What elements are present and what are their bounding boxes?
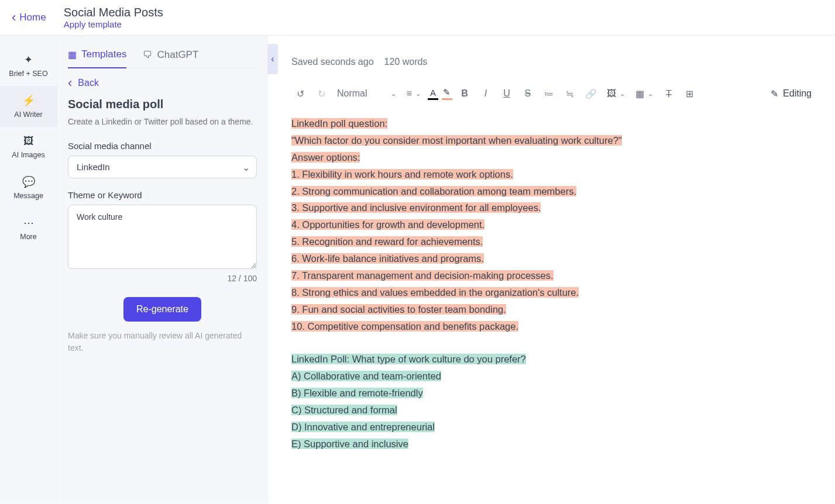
image-icon: 🖼 bbox=[23, 135, 34, 147]
title-block: Social Media Posts Apply template bbox=[64, 6, 163, 29]
text-line: 5. Recognition and reward for achievemen… bbox=[291, 236, 483, 247]
disclaimer-text: Make sure you manually review all AI gen… bbox=[68, 330, 257, 354]
align-left-icon: ≡ bbox=[407, 88, 412, 99]
text-line: D) Innovative and entrepreneurial bbox=[291, 422, 435, 432]
regenerate-button[interactable]: Re-generate bbox=[123, 297, 201, 322]
clear-format-button[interactable]: T̶ bbox=[660, 85, 678, 102]
panel-description: Create a Linkedin or Twitter poll based … bbox=[68, 116, 257, 128]
text-line: A) Collaborative and team-oriented bbox=[291, 371, 441, 381]
strikethrough-button[interactable]: S bbox=[519, 85, 537, 102]
insert-table-select[interactable]: ▦ ⌄ bbox=[632, 86, 657, 102]
rail-more[interactable]: ⋯ More bbox=[0, 208, 57, 249]
rail-ai-images[interactable]: 🖼 AI Images bbox=[0, 127, 57, 167]
tab-chatgpt[interactable]: 🗨 ChatGPT bbox=[143, 44, 198, 68]
bolt-icon: ⚡ bbox=[22, 94, 35, 107]
highlight-color-button[interactable]: ✎ bbox=[442, 87, 452, 100]
chevron-left-icon: ‹ bbox=[12, 11, 16, 24]
chat-icon: 💬 bbox=[22, 175, 35, 188]
target-icon: ✦ bbox=[24, 53, 33, 66]
text-line: 7. Transparent management and decision-m… bbox=[291, 270, 554, 281]
channel-label: Social media channel bbox=[68, 141, 257, 151]
text-line: 8. Strong ethics and values embedded in … bbox=[291, 287, 579, 298]
panel-heading: Social media poll bbox=[68, 98, 257, 111]
numbered-list-button[interactable]: ≒ bbox=[561, 85, 579, 102]
editor-status: Saved seconds ago 120 words bbox=[268, 36, 835, 79]
topbar: ‹ Home Social Media Posts Apply template bbox=[0, 0, 835, 36]
text-line: 3. Supportive and inclusive environment … bbox=[291, 202, 541, 213]
text-line: C) Structured and formal bbox=[291, 405, 397, 415]
home-link[interactable]: ‹ Home bbox=[12, 11, 46, 24]
editing-mode-toggle[interactable]: ✎ Editing bbox=[771, 88, 812, 99]
left-rail: ✦ Brief + SEO ⚡ AI Writer 🖼 AI Images 💬 … bbox=[0, 36, 57, 503]
chevron-down-icon: ⌄ bbox=[391, 90, 396, 98]
pencil-icon: ✎ bbox=[771, 88, 778, 99]
page-title: Social Media Posts bbox=[64, 6, 163, 19]
rail-brief-seo[interactable]: ✦ Brief + SEO bbox=[0, 45, 57, 86]
text-line: 6. Work-life balance initiatives and pro… bbox=[291, 253, 484, 264]
text-line: E) Supportive and inclusive bbox=[291, 439, 408, 449]
bold-button[interactable]: B bbox=[456, 85, 473, 102]
text-line: Answer options: bbox=[291, 152, 360, 163]
word-count: 120 words bbox=[384, 57, 428, 67]
theme-label: Theme or Keyword bbox=[68, 190, 257, 200]
panel-tabs: ▦ Templates 🗨 ChatGPT bbox=[68, 44, 257, 68]
editor-area: Saved seconds ago 120 words ↺ ↻ Normal ⌄… bbox=[268, 36, 835, 503]
editor-toolbar: ↺ ↻ Normal ⌄ ≡ ⌄ A ✎ B I U S ≔ ≒ bbox=[268, 79, 835, 115]
char-counter: 12 / 100 bbox=[68, 274, 257, 283]
home-label: Home bbox=[19, 12, 46, 23]
saved-status: Saved seconds ago bbox=[291, 57, 374, 67]
document-content[interactable]: LinkedIn poll question: "Which factor do… bbox=[268, 115, 835, 453]
text-line: 1. Flexibility in work hours and remote … bbox=[291, 169, 513, 179]
collapse-panel-handle[interactable]: ‹ bbox=[267, 44, 278, 74]
chevron-down-icon: ⌄ bbox=[620, 90, 625, 98]
undo-button[interactable]: ↺ bbox=[291, 85, 309, 102]
back-link[interactable]: ‹ Back bbox=[68, 77, 257, 89]
chevron-down-icon: ⌄ bbox=[648, 90, 653, 98]
text-line: 9. Fun and social activities to foster t… bbox=[291, 304, 506, 315]
redo-button[interactable]: ↻ bbox=[312, 85, 330, 102]
template-panel: ▦ Templates 🗨 ChatGPT ‹ Back Social medi… bbox=[57, 36, 268, 503]
theme-input[interactable] bbox=[68, 205, 257, 269]
paragraph-style-select[interactable]: Normal ⌄ bbox=[334, 86, 400, 101]
more-icon: ⋯ bbox=[23, 216, 34, 229]
text-line: B) Flexible and remote-friendly bbox=[291, 388, 423, 398]
highlighter-icon: ✎ bbox=[443, 87, 451, 98]
text-line: LinkedIn poll question: bbox=[291, 118, 387, 129]
comment-button[interactable]: ⊞ bbox=[681, 85, 699, 102]
apply-template-link[interactable]: Apply template bbox=[64, 19, 163, 29]
italic-button[interactable]: I bbox=[477, 85, 494, 102]
text-line: "Which factor do you consider most impor… bbox=[291, 135, 622, 146]
text-line: 10. Competitive compensation and benefit… bbox=[291, 321, 518, 332]
chevron-down-icon: ⌄ bbox=[415, 90, 421, 98]
chat-bubbles-icon: 🗨 bbox=[143, 50, 152, 60]
rail-message[interactable]: 💬 Message bbox=[0, 167, 57, 208]
channel-select[interactable]: LinkedIn bbox=[68, 156, 257, 178]
templates-icon: ▦ bbox=[68, 49, 77, 60]
link-button[interactable]: 🔗 bbox=[582, 85, 600, 102]
insert-image-select[interactable]: 🖼 ⌄ bbox=[603, 86, 628, 101]
text-line: 2. Strong communication and collaboratio… bbox=[291, 186, 576, 196]
text-line: LinkedIn Poll: What type of work culture… bbox=[291, 354, 526, 364]
chevron-left-icon: ‹ bbox=[271, 54, 274, 64]
bullet-list-button[interactable]: ≔ bbox=[540, 85, 558, 102]
tab-templates[interactable]: ▦ Templates bbox=[68, 44, 126, 68]
image-icon: 🖼 bbox=[607, 88, 616, 99]
rail-ai-writer[interactable]: ⚡ AI Writer bbox=[0, 86, 57, 127]
chevron-left-icon: ‹ bbox=[68, 77, 72, 89]
text-color-button[interactable]: A bbox=[428, 88, 438, 100]
align-select[interactable]: ≡ ⌄ bbox=[403, 86, 424, 101]
text-line: 4. Opportunities for growth and developm… bbox=[291, 219, 484, 230]
underline-button[interactable]: U bbox=[498, 85, 516, 102]
table-icon: ▦ bbox=[635, 88, 644, 99]
